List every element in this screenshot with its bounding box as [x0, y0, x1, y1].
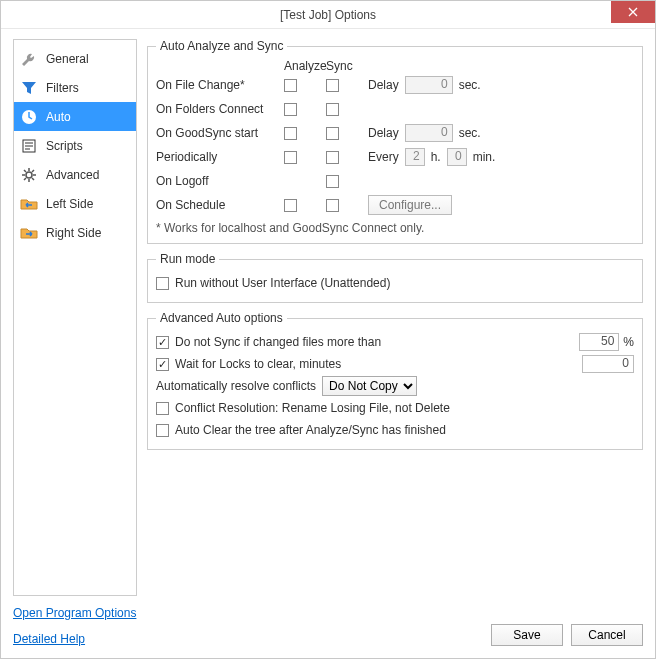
check-periodically-analyze[interactable]: [284, 151, 297, 164]
row-folders-connect: On Folders Connect: [156, 97, 634, 121]
sidebar-item-label: Scripts: [46, 139, 83, 153]
run-mode-group: Run mode Run without User Interface (Una…: [147, 252, 643, 303]
sidebar-item-label: General: [46, 52, 89, 66]
check-no-sync-threshold[interactable]: [156, 336, 169, 349]
check-periodically-sync[interactable]: [326, 151, 339, 164]
check-goodsync-start-sync[interactable]: [326, 127, 339, 140]
label-auto-clear: Auto Clear the tree after Analyze/Sync h…: [175, 423, 446, 437]
svg-point-2: [26, 172, 32, 178]
row-goodsync-start: On GoodSync start Delay 0 sec.: [156, 121, 634, 145]
titlebar: [Test Job] Options: [1, 1, 655, 29]
check-logoff-sync[interactable]: [326, 175, 339, 188]
sidebar-item-label: Advanced: [46, 168, 99, 182]
label-logoff: On Logoff: [156, 174, 284, 188]
label-folders-connect: On Folders Connect: [156, 102, 284, 116]
row-file-change: On File Change* Delay 0 sec.: [156, 73, 634, 97]
folder-left-icon: [20, 196, 38, 212]
cancel-button[interactable]: Cancel: [571, 624, 643, 646]
check-file-change-analyze[interactable]: [284, 79, 297, 92]
sidebar-item-label: Right Side: [46, 226, 101, 240]
select-resolve-conflicts[interactable]: Do Not Copy: [322, 376, 417, 396]
check-folders-connect-analyze[interactable]: [284, 103, 297, 116]
sidebar-item-rightside[interactable]: Right Side: [14, 218, 136, 247]
check-unattended[interactable]: [156, 277, 169, 290]
label-schedule: On Schedule: [156, 198, 284, 212]
input-periodically-min[interactable]: 0: [447, 148, 467, 166]
label-periodically: Periodically: [156, 150, 284, 164]
check-schedule-sync[interactable]: [326, 199, 339, 212]
row-periodically: Periodically Every 2 h. 0 min.: [156, 145, 634, 169]
content-area: Auto Analyze and Sync Analyze Sync On Fi…: [147, 39, 643, 596]
label-delay: Delay: [368, 126, 399, 140]
label-percent: %: [623, 335, 634, 349]
sidebar-item-filters[interactable]: Filters: [14, 73, 136, 102]
row-logoff: On Logoff: [156, 169, 634, 193]
check-goodsync-start-analyze[interactable]: [284, 127, 297, 140]
clock-icon: [20, 109, 38, 125]
folder-right-icon: [20, 225, 38, 241]
label-sec: sec.: [459, 126, 481, 140]
options-dialog: [Test Job] Options General Filters Auto …: [0, 0, 656, 659]
configure-button[interactable]: Configure...: [368, 195, 452, 215]
row-schedule: On Schedule Configure...: [156, 193, 634, 217]
check-file-change-sync[interactable]: [326, 79, 339, 92]
advanced-auto-legend: Advanced Auto options: [156, 311, 287, 325]
column-header-sync: Sync: [326, 59, 368, 73]
sidebar-item-advanced[interactable]: Advanced: [14, 160, 136, 189]
label-min: min.: [473, 150, 496, 164]
label-unattended: Run without User Interface (Unattended): [175, 276, 390, 290]
check-folders-connect-sync[interactable]: [326, 103, 339, 116]
script-icon: [20, 138, 38, 154]
sidebar-item-auto[interactable]: Auto: [14, 102, 136, 131]
auto-analyze-group: Auto Analyze and Sync Analyze Sync On Fi…: [147, 39, 643, 244]
advanced-auto-group: Advanced Auto options Do not Sync if cha…: [147, 311, 643, 450]
label-delay: Delay: [368, 78, 399, 92]
check-wait-locks[interactable]: [156, 358, 169, 371]
label-no-sync-threshold: Do not Sync if changed files more than: [175, 335, 381, 349]
window-title: [Test Job] Options: [1, 8, 655, 22]
input-no-sync-percent[interactable]: 50: [579, 333, 619, 351]
funnel-icon: [20, 80, 38, 96]
link-program-options[interactable]: Open Program Options: [13, 606, 136, 620]
check-schedule-analyze[interactable]: [284, 199, 297, 212]
label-h: h.: [431, 150, 441, 164]
check-conflict-rename[interactable]: [156, 402, 169, 415]
sidebar-item-label: Filters: [46, 81, 79, 95]
sidebar-item-scripts[interactable]: Scripts: [14, 131, 136, 160]
dialog-footer: Open Program Options Detailed Help Save …: [1, 602, 655, 658]
label-wait-locks: Wait for Locks to clear, minutes: [175, 357, 341, 371]
close-icon: [628, 7, 638, 17]
column-header-analyze: Analyze: [284, 59, 326, 73]
save-button[interactable]: Save: [491, 624, 563, 646]
sidebar-item-leftside[interactable]: Left Side: [14, 189, 136, 218]
footnote: * Works for localhost and GoodSync Conne…: [156, 217, 634, 235]
label-goodsync-start: On GoodSync start: [156, 126, 284, 140]
gear-icon: [20, 167, 38, 183]
label-sec: sec.: [459, 78, 481, 92]
wrench-icon: [20, 51, 38, 67]
label-every: Every: [368, 150, 399, 164]
input-periodically-hours[interactable]: 2: [405, 148, 425, 166]
sidebar: General Filters Auto Scripts Advanced Le…: [13, 39, 137, 596]
sidebar-item-label: Auto: [46, 110, 71, 124]
input-wait-locks[interactable]: 0: [582, 355, 634, 373]
input-goodsync-start-delay[interactable]: 0: [405, 124, 453, 142]
sidebar-item-general[interactable]: General: [14, 44, 136, 73]
label-resolve-conflicts: Automatically resolve conflicts: [156, 379, 316, 393]
close-button[interactable]: [611, 1, 655, 23]
run-mode-legend: Run mode: [156, 252, 219, 266]
auto-analyze-legend: Auto Analyze and Sync: [156, 39, 287, 53]
link-detailed-help[interactable]: Detailed Help: [13, 632, 136, 646]
label-conflict-rename: Conflict Resolution: Rename Losing File,…: [175, 401, 450, 415]
check-auto-clear[interactable]: [156, 424, 169, 437]
sidebar-item-label: Left Side: [46, 197, 93, 211]
label-file-change: On File Change*: [156, 78, 284, 92]
input-file-change-delay[interactable]: 0: [405, 76, 453, 94]
